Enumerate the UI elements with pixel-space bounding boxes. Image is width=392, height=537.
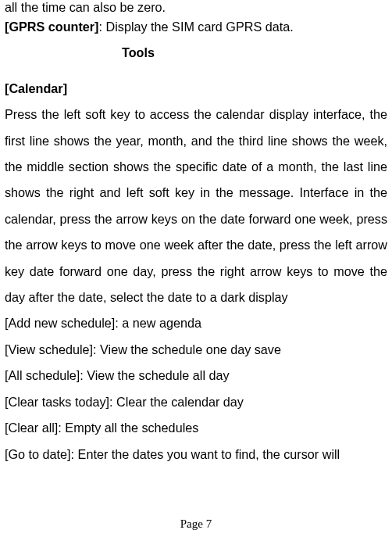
body-text: all the time can also be zero. [5,0,387,14]
view-schedule-line: [View schedule]: View the schedule one d… [5,337,387,363]
document-page: all the time can also be zero. [GPRS cou… [0,0,392,537]
gprs-counter-desc: : Display the SIM card GPRS data. [99,20,294,34]
gprs-counter-line: [GPRS counter]: Display the SIM card GPR… [5,14,387,40]
clear-tasks-today-line: [Clear tasks today]: Clear the calendar … [5,389,387,415]
spacer [5,66,387,76]
gprs-counter-label: [GPRS counter] [5,20,99,34]
all-schedule-line: [All schedule]: View the schedule all da… [5,363,387,388]
clear-all-line: [Clear all]: Empty all the schedules [5,415,387,441]
add-new-schedule-line: [Add new schedule]: a new agenda [5,310,387,336]
calendar-paragraph: Press the left soft key to access the ca… [5,102,387,310]
calendar-heading: [Calendar] [5,76,387,102]
tools-heading: Tools [5,40,387,66]
page-number: Page 7 [0,517,392,531]
go-to-date-line: [Go to date]: Enter the dates you want t… [5,442,387,467]
calendar-label: [Calendar] [5,81,67,95]
